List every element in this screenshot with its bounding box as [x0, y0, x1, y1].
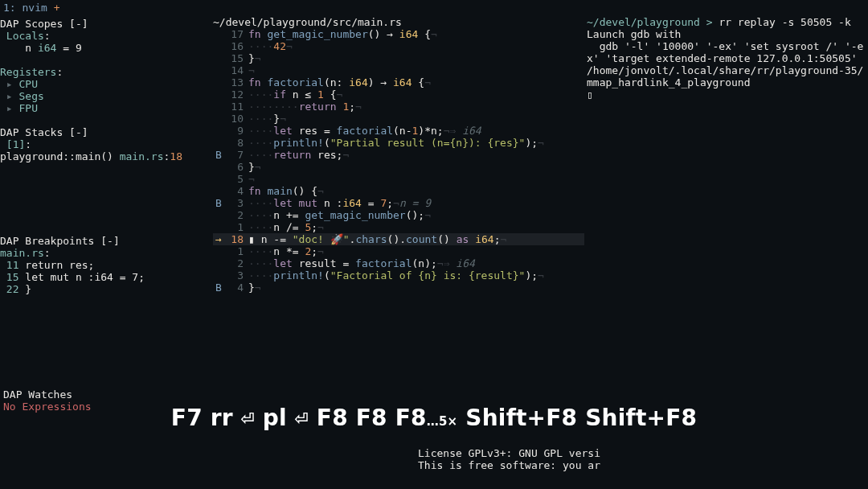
- reg-fpu[interactable]: ▸ FPU: [0, 102, 207, 114]
- registers-toggle[interactable]: Registers:: [0, 66, 207, 78]
- reg-cpu[interactable]: ▸ CPU: [0, 78, 207, 90]
- line-number: 3: [224, 269, 244, 281]
- gutter-spacer: [213, 28, 224, 40]
- line-number: 1: [224, 221, 244, 233]
- code-line[interactable]: 2····let result = factorial(n);¬⇒ i64: [213, 257, 584, 269]
- code-line[interactable]: B4}¬: [213, 281, 584, 294]
- line-number: 14: [224, 64, 244, 76]
- key-sequence-overlay: F7 rr ⏎ pl ⏎ F8 F8 F8…5× Shift+F8 Shift+…: [0, 412, 868, 428]
- code-line[interactable]: 2····n += get_magic_number();¬: [213, 209, 584, 221]
- code-line[interactable]: →18▮ n -= "doc! 🚀".chars().count() as i6…: [213, 233, 584, 245]
- breakpoint-icon[interactable]: B: [213, 149, 224, 161]
- line-number: 4: [224, 281, 244, 294]
- locals-label: Locals: [6, 30, 44, 42]
- code-line[interactable]: B7····return res;¬: [213, 149, 584, 161]
- dap-watches-header[interactable]: DAP Watches: [3, 388, 72, 401]
- code-line[interactable]: 8····println!("Partial result (n={n}): {…: [213, 137, 584, 149]
- line-number: 2: [224, 257, 244, 269]
- code-line[interactable]: 12····if n ≤ 1 {¬: [213, 88, 584, 101]
- line-number: 9: [224, 125, 244, 137]
- terminal-pane[interactable]: ~/devel/playground > rr replay -s 50505 …: [587, 16, 868, 101]
- line-number: 5: [224, 173, 244, 185]
- locals-toggle[interactable]: Locals:: [0, 30, 207, 42]
- line-number: 2: [224, 209, 244, 221]
- code-line[interactable]: 11········return 1;¬: [213, 101, 584, 113]
- gutter-spacer: [213, 52, 224, 64]
- stack-frame[interactable]: playground::main() main.rs:18: [0, 150, 207, 162]
- breakpoint-icon[interactable]: B: [213, 197, 224, 209]
- line-number: 10: [224, 113, 244, 125]
- code-line[interactable]: 3····println!("Factorial of {n} is: {res…: [213, 269, 584, 281]
- code-line[interactable]: 10····}¬: [213, 113, 584, 125]
- code-line[interactable]: 1····n *= 2;¬: [213, 245, 584, 257]
- return-icon: ⏎: [241, 405, 255, 431]
- breakpoint-icon[interactable]: B: [213, 281, 224, 294]
- gutter-spacer: [213, 269, 224, 281]
- license-text: License GPLv3+: GNU GPL versi This is fr…: [418, 447, 587, 471]
- gutter-spacer: [213, 113, 224, 125]
- code-line[interactable]: 5¬: [213, 173, 584, 185]
- code-line[interactable]: 14¬: [213, 64, 584, 76]
- terminal-prompt: ~/devel/playground > rr replay -s 50505 …: [587, 16, 868, 28]
- return-icon: ⏎: [295, 405, 309, 431]
- code-line[interactable]: 13fn factorial(n: i64) → i64 {¬: [213, 76, 584, 88]
- line-number: 12: [224, 88, 244, 101]
- bps-file[interactable]: main.rs:: [0, 247, 207, 259]
- gutter-spacer: [213, 245, 224, 257]
- editor-pane[interactable]: ~/devel/playground/src/main.rs 17fn get_…: [213, 16, 584, 294]
- gutter-spacer: [213, 101, 224, 113]
- gutter-spacer: [213, 161, 224, 173]
- code-line[interactable]: 17fn get_magic_number() → i64 {¬: [213, 28, 584, 40]
- gutter-spacer: [213, 137, 224, 149]
- editor-body[interactable]: 17fn get_magic_number() → i64 {¬ 16····4…: [213, 28, 584, 294]
- gutter-spacer: [213, 40, 224, 52]
- gutter-spacer: [213, 185, 224, 197]
- bp-row-3[interactable]: 22 }: [0, 283, 207, 295]
- tabline[interactable]: 1: nvim +: [3, 2, 59, 14]
- line-number: 16: [224, 40, 244, 52]
- code-line[interactable]: 1····n ∕= 5;¬: [213, 221, 584, 233]
- code-line[interactable]: 16····42¬: [213, 40, 584, 52]
- locals-variable[interactable]: n i64 = 9: [0, 42, 207, 54]
- dap-sidebar: DAP Scopes [-] Locals: n i64 = 9 Registe…: [0, 16, 207, 295]
- line-number: 3: [224, 197, 244, 209]
- term-cursor: ▯: [587, 88, 868, 101]
- gutter-spacer: [213, 209, 224, 221]
- reg-segs[interactable]: ▸ Segs: [0, 90, 207, 102]
- code-line[interactable]: 4fn main() {¬: [213, 185, 584, 197]
- tab-name: nvim: [22, 2, 47, 14]
- dap-stacks-header[interactable]: DAP Stacks [-]: [0, 126, 207, 138]
- term-out-1: Launch gdb with: [587, 28, 868, 40]
- gutter-spacer: [213, 125, 224, 137]
- line-number: 13: [224, 76, 244, 88]
- dap-watches-empty: No Expressions: [3, 401, 92, 413]
- line-number: 7: [224, 149, 244, 161]
- line-number: 6: [224, 161, 244, 173]
- gutter-spacer: [213, 221, 224, 233]
- tab-index: 1:: [3, 2, 16, 14]
- line-number: 4: [224, 185, 244, 197]
- gutter-spacer: [213, 64, 224, 76]
- gutter-spacer: [213, 173, 224, 185]
- editor-path: ~/devel/playground/src/main.rs: [213, 16, 584, 28]
- code-line[interactable]: 9····let res = factorial(n-1)*n;¬⇒ i64: [213, 125, 584, 137]
- tab-modified-icon: +: [54, 2, 60, 14]
- term-out-2: gdb '-l' '10000' '-ex' 'set sysroot /' '…: [587, 40, 868, 88]
- line-number: 17: [224, 28, 244, 40]
- dap-scopes-header[interactable]: DAP Scopes [-]: [0, 18, 207, 30]
- line-number: 1: [224, 245, 244, 257]
- gutter-spacer: [213, 88, 224, 101]
- code-line[interactable]: 6}¬: [213, 161, 584, 173]
- bp-row-2[interactable]: 15 let mut n :i64 = 7;: [0, 271, 207, 283]
- exec-arrow-icon[interactable]: →: [213, 233, 224, 245]
- gutter-spacer: [213, 257, 224, 269]
- line-number: 15: [224, 52, 244, 64]
- gutter-spacer: [213, 76, 224, 88]
- line-number: 18: [224, 233, 244, 245]
- code-line[interactable]: B3····let mut n :i64 = 7;¬n = 9: [213, 197, 584, 209]
- line-number: 11: [224, 101, 244, 113]
- dap-bps-header[interactable]: DAP Breakpoints [-]: [0, 235, 207, 247]
- stack-thread[interactable]: [1]:: [0, 138, 207, 150]
- bp-row-1[interactable]: 11 return res;: [0, 259, 207, 271]
- code-line[interactable]: 15}¬: [213, 52, 584, 64]
